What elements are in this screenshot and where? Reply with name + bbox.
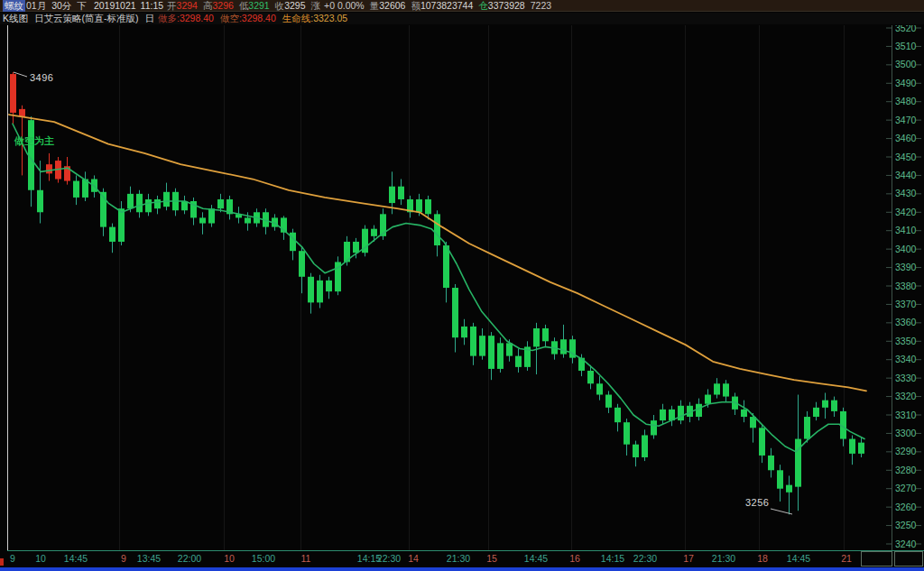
- price-axis-label: 3490: [895, 78, 917, 88]
- quote-info-bar: 螺纹01月30分下2019102111:15开3294高3296低3291收32…: [0, 0, 924, 12]
- candle-body: [515, 356, 522, 367]
- candle-body: [37, 190, 43, 213]
- time-tick-label: 22:30: [633, 553, 657, 564]
- high-label: 高: [203, 0, 213, 12]
- low-label: 低: [239, 0, 249, 12]
- candle-body: [678, 406, 684, 420]
- price-axis-label: 3280: [895, 465, 917, 475]
- time-axis: 91014:45913:4522:001015:001114:1522:3014…: [0, 552, 924, 566]
- candle-body: [786, 485, 792, 493]
- candle-body: [154, 199, 161, 208]
- price-axis-label: 3260: [895, 502, 917, 512]
- strategy-ma-fast: [13, 124, 864, 452]
- time-tick-label: 14:45: [524, 553, 548, 564]
- short-label: 做空: [220, 13, 239, 24]
- price-axis-label: 3240: [895, 539, 917, 549]
- candle-body: [596, 383, 603, 394]
- candle-body: [199, 217, 206, 223]
- high-price-annotation: 3496: [30, 72, 53, 83]
- change-value: +0 0.00%: [324, 0, 365, 12]
- day-tick-label: 15: [486, 553, 497, 564]
- candle-body: [660, 410, 666, 420]
- strategy-info-bar: K线图日艾云策略(简直-标准版)日做多:3298.40做空:3298.40生命线…: [0, 13, 924, 24]
- candle-body: [353, 242, 359, 253]
- price-axis-label: 3410: [895, 225, 917, 235]
- candle-body: [136, 194, 143, 212]
- axis-corner-button-2[interactable]: [894, 551, 923, 566]
- candle-body: [741, 410, 747, 417]
- candle-body: [804, 417, 810, 439]
- short-value: :3298.40: [239, 13, 276, 24]
- trading-app-window: 螺纹01月30分下2019102111:15开3294高3296低3291收32…: [0, 0, 924, 571]
- candle-body: [470, 327, 476, 356]
- candle-body: [425, 199, 431, 214]
- price-axis-label: 3440: [895, 170, 917, 180]
- price-axis-label: 3430: [895, 188, 917, 198]
- candle-body: [452, 288, 458, 337]
- price-axis-label: 3460: [895, 133, 917, 143]
- candle-body: [208, 208, 215, 223]
- price-axis-label: 3290: [895, 446, 917, 456]
- period-selector[interactable]: 30分: [51, 0, 71, 12]
- candle-body: [759, 428, 765, 456]
- price-axis-label: 3300: [895, 428, 917, 438]
- price-axis-label: 3400: [895, 244, 917, 254]
- price-axis-label: 3250: [895, 520, 917, 530]
- price-axis-label: 3380: [895, 281, 917, 291]
- candle-body: [849, 439, 855, 454]
- candle-body: [443, 245, 449, 288]
- direction-flag[interactable]: 下: [77, 0, 87, 12]
- short-signal-annotation: 做空为主: [14, 134, 54, 148]
- change-label: 涨: [311, 0, 321, 12]
- candle-body: [633, 445, 639, 457]
- price-axis-label: 3310: [895, 410, 917, 420]
- candle-body: [127, 194, 134, 208]
- candle-body: [822, 401, 828, 408]
- chart-type-label[interactable]: K线图: [3, 13, 28, 24]
- candle-body: [813, 408, 819, 417]
- candle-body: [73, 181, 79, 198]
- day-tick-label: 10: [224, 553, 235, 564]
- candle-body: [723, 383, 729, 396]
- candle-body: [488, 336, 494, 369]
- candle-body: [605, 395, 612, 408]
- open-value: 3294: [177, 0, 198, 12]
- candle-body: [217, 199, 224, 208]
- time-tick-label: 9: [10, 553, 15, 564]
- price-axis-label: 3450: [895, 152, 917, 162]
- date-value: 20191021: [94, 0, 136, 12]
- candle-body: [389, 187, 395, 203]
- contract-month[interactable]: 01月: [26, 0, 46, 12]
- contract-name[interactable]: 螺纹: [3, 0, 25, 12]
- time-tick-label: 14:15: [601, 553, 624, 564]
- price-axis-label: 3520: [895, 25, 917, 33]
- amount-label: 额: [411, 0, 420, 12]
- time-tick-label: 22:30: [377, 553, 401, 564]
- extra-value: 7223: [531, 0, 551, 12]
- position-label: 仓: [478, 0, 488, 12]
- price-axis-label: 3340: [895, 354, 917, 364]
- kline-chart[interactable]: 3520351035003490348034703460345034403430…: [0, 25, 924, 571]
- candle-body: [109, 227, 116, 242]
- candle-body: [768, 456, 774, 470]
- day-tick-label: 17: [683, 553, 694, 564]
- axis-corner-button-1[interactable]: [861, 551, 892, 566]
- price-axis-label: 3330: [895, 373, 917, 383]
- candle-body: [497, 343, 504, 369]
- price-axis-label: 3420: [895, 207, 917, 217]
- low-value: 3291: [248, 0, 269, 12]
- strategy-name[interactable]: 日艾云策略(简直-标准版): [34, 13, 139, 24]
- candle-body: [245, 217, 251, 223]
- long-value: :3298.40: [177, 13, 214, 24]
- price-axis-label: 3480: [895, 96, 917, 106]
- candle-body: [705, 395, 711, 404]
- candle-body: [308, 277, 314, 303]
- candle-body: [163, 192, 170, 207]
- price-axis-label: 3270: [895, 483, 917, 493]
- candle-body: [506, 343, 513, 355]
- candle-body: [434, 214, 440, 245]
- candle-body: [479, 336, 485, 355]
- open-label: 开: [167, 0, 177, 12]
- candle-body: [118, 208, 125, 242]
- amount-value: 1073823744: [420, 0, 473, 12]
